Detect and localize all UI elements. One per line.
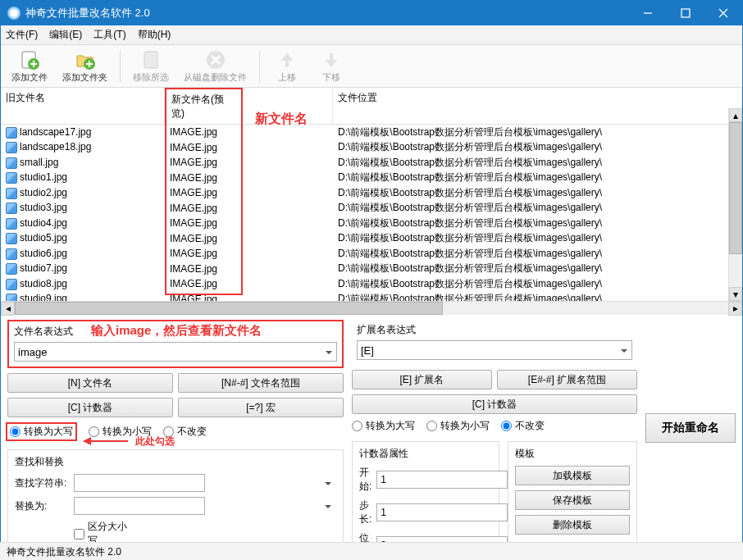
table-row[interactable]: small.jpgIMAGE.jpgD:\前端模板\Bootstrap数据分析管… [1,155,728,171]
find-label: 查找字符串: [15,476,69,490]
file-grid[interactable]: 旧文件名 新文件名(预览) 文件位置 landscape17.jpgIMAGE.… [1,88,742,301]
btn-ext-counter[interactable]: [C] 计数器 [352,394,637,414]
find-input[interactable] [74,474,205,492]
filename-case-radios: 转换为大写 转换为小写 不改变 [7,422,344,441]
save-template-button[interactable]: 保存模板 [515,490,630,510]
down-label: 下移 [322,71,340,84]
ext-case-radios: 转换为大写 转换为小写 不改变 [352,419,637,433]
table-row[interactable]: studio7.jpgIMAGE.jpgD:\前端模板\Bootstrap数据分… [1,262,728,277]
grid-body[interactable]: landscape17.jpgIMAGE.jpgD:\前端模板\Bootstra… [1,125,742,301]
replace-input[interactable] [74,497,205,515]
add-folder-label: 添加文件夹 [62,71,107,84]
annotation-check-here: 此处勾选 [83,433,175,448]
btn-e-range[interactable]: [E#-#] 扩展名范围 [497,370,637,389]
menubar: 文件(F) 编辑(E) 工具(T) 帮助(H) [1,25,742,45]
titlebar: 神奇文件批量改名软件 2.0 [1,1,742,25]
delete-from-disk-button[interactable]: 从磁盘删除文件 [178,46,253,86]
table-row[interactable]: studio9.jpgIMAGE.jpgD:\前端模板\Bootstrap数据分… [1,292,728,302]
delete-label: 从磁盘删除文件 [184,71,247,84]
ext-expr-label: 扩展名表达式 [357,323,632,337]
minimize-button[interactable] [629,1,667,25]
load-template-button[interactable]: 加载模板 [515,466,630,485]
ext-expr-input[interactable] [357,340,632,360]
app-icon [7,7,21,20]
table-row[interactable]: studio6.jpgIMAGE.jpgD:\前端模板\Bootstrap数据分… [1,246,728,262]
svg-rect-1 [681,9,690,17]
filename-expr-label: 文件名表达式 [14,325,337,339]
ext-radio-none[interactable]: 不改变 [501,419,545,433]
filename-expr-input[interactable] [14,342,337,362]
bottom-pane: 文件名表达式 输入image，然后查看新文件名 [N] 文件名 [N#-#] 文… [1,315,742,560]
add-file-button[interactable]: 添加文件 [6,46,53,86]
scroll-thumb[interactable] [729,122,742,254]
ext-radio-upper[interactable]: 转换为大写 [352,419,415,433]
search-replace-title: 查找和替换 [15,455,336,469]
remove-label: 移除所选 [133,71,169,84]
table-row[interactable]: landscape18.jpgIMAGE.jpgD:\前端模板\Bootstra… [1,140,728,156]
replace-label: 替换为: [15,499,69,513]
scroll-up-arrow[interactable]: ▴ [729,108,742,122]
table-row[interactable]: landscape17.jpgIMAGE.jpgD:\前端模板\Bootstra… [1,125,728,140]
svg-rect-11 [144,52,157,68]
btn-n-filename[interactable]: [N] 文件名 [7,373,173,393]
up-label: 上移 [278,71,296,84]
horizontal-scrollbar[interactable]: ◂ ▸ [1,301,742,315]
col-annotation [243,88,333,124]
scroll-left-arrow[interactable]: ◂ [1,302,15,316]
window-title: 神奇文件批量改名软件 2.0 [25,6,629,20]
menu-tools[interactable]: 工具(T) [93,28,125,42]
menu-help[interactable]: 帮助(H) [138,28,171,42]
vertical-scrollbar[interactable]: ▴ ▾ [728,108,742,301]
statusbar: 神奇文件批量改名软件 2.0 [0,542,743,560]
col-new-name[interactable]: 新文件名(预览) [165,88,243,124]
scroll-right-arrow[interactable]: ▸ [728,302,742,316]
btn-macro[interactable]: [=?] 宏 [178,398,344,417]
ext-radio-lower[interactable]: 转换为小写 [426,419,490,433]
scroll-down-arrow[interactable]: ▾ [729,287,742,301]
toolbar: 添加文件 添加文件夹 移除所选 从磁盘删除文件 上移 下移 [1,45,742,88]
move-down-button[interactable]: 下移 [311,46,352,86]
remove-selected-button[interactable]: 移除所选 [127,46,175,86]
counter-step-input[interactable] [376,503,508,521]
table-row[interactable]: studio8.jpgIMAGE.jpgD:\前端模板\Bootstrap数据分… [1,276,728,292]
delete-icon [204,48,227,71]
table-row[interactable]: studio4.jpgIMAGE.jpgD:\前端模板\Bootstrap数据分… [1,216,728,231]
down-icon [320,48,343,71]
move-up-button[interactable]: 上移 [267,46,308,86]
counter-title: 计数器属性 [359,447,492,461]
add-file-label: 添加文件 [11,71,48,84]
filename-expression-group: 文件名表达式 输入image，然后查看新文件名 [7,320,344,368]
counter-start-input[interactable] [376,471,508,489]
add-folder-icon [74,48,97,71]
up-icon [276,48,299,71]
start-rename-button[interactable]: 开始重命名 [645,413,736,443]
add-folder-button[interactable]: 添加文件夹 [57,46,113,86]
btn-c-counter[interactable]: [C] 计数器 [7,398,173,417]
grid-header: 旧文件名 新文件名(预览) 文件位置 [1,88,742,125]
template-title: 模板 [515,447,630,461]
radio-uppercase[interactable]: 转换为大写 [6,422,77,441]
menu-edit[interactable]: 编辑(E) [49,28,82,42]
hscroll-thumb[interactable] [15,302,443,315]
btn-n-range[interactable]: [N#-#] 文件名范围 [178,373,344,393]
svg-marker-16 [83,437,91,445]
table-row[interactable]: studio5.jpgIMAGE.jpgD:\前端模板\Bootstrap数据分… [1,231,728,247]
table-row[interactable]: studio2.jpgIMAGE.jpgD:\前端模板\Bootstrap数据分… [1,185,728,201]
extension-expression-group: 扩展名表达式 [352,320,637,365]
delete-template-button[interactable]: 删除模板 [515,515,630,535]
menu-file[interactable]: 文件(F) [6,28,38,42]
close-button[interactable] [704,1,742,25]
remove-icon [139,48,162,71]
table-row[interactable]: studio3.jpgIMAGE.jpgD:\前端模板\Bootstrap数据分… [1,201,728,216]
col-location[interactable]: 文件位置 [333,88,742,124]
col-old-name[interactable]: 旧文件名 [1,88,165,124]
btn-e-ext[interactable]: [E] 扩展名 [352,370,492,389]
maximize-button[interactable] [667,1,704,25]
add-file-icon [18,48,41,71]
table-row[interactable]: studio1.jpgIMAGE.jpgD:\前端模板\Bootstrap数据分… [1,171,728,186]
